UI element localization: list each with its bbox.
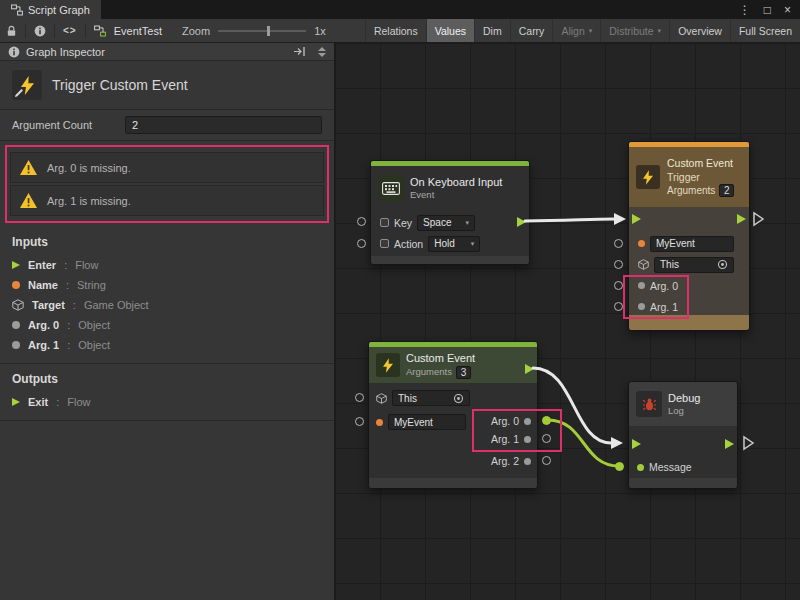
align-button[interactable]: Align▾ (552, 19, 600, 42)
menu-icon[interactable]: ⋮ (739, 3, 751, 17)
port-label: Message (649, 461, 692, 473)
event-name-field[interactable]: MyEvent (650, 236, 734, 252)
colon: : (73, 299, 76, 311)
port-name: Arg. 0 (28, 319, 59, 331)
flow-out-port[interactable] (737, 214, 746, 224)
event-name-input-port[interactable] (614, 239, 623, 248)
wire-keyboard-to-trigger[interactable] (525, 219, 615, 221)
node-header[interactable]: Custom Event Arguments3 (369, 347, 537, 383)
action-dropdown[interactable]: Hold▾ (428, 236, 480, 252)
script-graph-icon (11, 4, 23, 16)
action-row: Action Hold▾ (371, 233, 529, 254)
warning-arg1: Arg. 1 is missing. (10, 185, 324, 216)
value-port-icon (524, 418, 531, 425)
node-debug-log[interactable]: Debug Log Message (628, 381, 738, 489)
event-name-input-port[interactable] (355, 417, 364, 426)
script-graph-canvas[interactable]: On Keyboard Input Event Key Space▾ Actio… (335, 43, 800, 600)
restore-icon[interactable]: □ (764, 3, 771, 17)
chevron-down-icon: ▾ (466, 219, 470, 227)
node-title: Trigger (667, 171, 734, 185)
argument-count-value: 2 (132, 119, 138, 131)
info-icon[interactable] (34, 25, 46, 37)
fullscreen-button[interactable]: Full Screen (730, 19, 800, 42)
node-subtitle: Log (668, 405, 700, 417)
target-dropdown[interactable]: This (654, 257, 734, 273)
target-dropdown[interactable]: This (392, 390, 470, 406)
graph-asset-icon (94, 25, 106, 37)
dim-button[interactable]: Dim (474, 19, 510, 42)
flow-out-port[interactable] (517, 217, 526, 227)
relations-button[interactable]: Relations (365, 19, 426, 42)
wire-customevent-to-debug[interactable] (533, 368, 611, 443)
tab-script-graph[interactable]: Script Graph (0, 0, 101, 19)
arguments-count-field[interactable]: 3 (456, 366, 471, 379)
zoom-slider-handle[interactable] (267, 26, 270, 36)
value-port-icon (524, 436, 531, 443)
flow-in-port[interactable] (632, 439, 641, 449)
page-title: Trigger Custom Event (52, 77, 188, 93)
tab-title: Script Graph (28, 4, 90, 16)
node-header[interactable]: Debug Log (629, 382, 737, 426)
scroll-down-icon[interactable] (318, 53, 326, 57)
arg2-output-port[interactable] (542, 456, 551, 465)
keyboard-icon (378, 175, 404, 201)
argument-count-field[interactable]: 2 (125, 116, 322, 134)
key-input-port[interactable] (357, 217, 366, 226)
arg1-output-port[interactable] (542, 434, 551, 443)
node-footer (629, 315, 749, 330)
toolbar-left: <> EventTest Zoom 1x (6, 24, 326, 38)
button-label: Align (561, 25, 584, 37)
scroll-spinner[interactable] (318, 47, 326, 57)
carry-button[interactable]: Carry (510, 19, 553, 42)
wire-arg0-to-message[interactable] (548, 420, 619, 466)
node-on-keyboard-input[interactable]: On Keyboard Input Event Key Space▾ Actio… (370, 160, 530, 265)
zoom-label: Zoom (182, 25, 210, 37)
port-name: Target (32, 299, 65, 311)
zoom-slider[interactable] (218, 30, 306, 32)
arg0-output-port[interactable] (542, 416, 551, 425)
field-value: MyEvent (656, 238, 695, 249)
target-picker-icon[interactable] (717, 259, 728, 270)
flow-out-port[interactable] (525, 364, 534, 374)
key-dropdown[interactable]: Space▾ (417, 215, 475, 231)
message-input-port[interactable] (615, 462, 624, 471)
flow-in-port[interactable] (632, 214, 641, 224)
values-button[interactable]: Values (426, 19, 474, 42)
scroll-up-icon[interactable] (318, 47, 326, 51)
arguments-count-field[interactable]: 2 (719, 184, 734, 197)
graph-name[interactable]: EventTest (114, 25, 162, 37)
flow-out-port[interactable] (725, 439, 734, 449)
node-header[interactable]: Custom Event Trigger Arguments2 (629, 147, 749, 207)
node-custom-event[interactable]: Custom Event Arguments3 This MyEvent Arg… (368, 341, 538, 489)
port-type: String (77, 279, 106, 291)
target-row: This (629, 254, 749, 275)
dock-icon[interactable] (293, 46, 306, 57)
unity-window: Script Graph ⋮ □ × <> EventTest Zoom 1x … (0, 0, 800, 600)
event-name-field[interactable]: MyEvent (388, 414, 466, 430)
string-port-icon (376, 419, 383, 426)
node-trigger-custom-event[interactable]: Custom Event Trigger Arguments2 MyEvent … (628, 141, 750, 331)
action-input-port[interactable] (357, 239, 366, 248)
overview-button[interactable]: Overview (669, 19, 730, 42)
arg0-input-port[interactable] (614, 281, 623, 290)
close-icon[interactable]: × (784, 3, 791, 17)
port-label: Arg. 2 (491, 455, 519, 467)
value-port-icon (638, 303, 645, 310)
chevron-down-icon: ▾ (589, 27, 593, 35)
target-input-port[interactable] (614, 260, 623, 269)
tab-strip: Script Graph ⋮ □ × (0, 0, 800, 19)
arg1-input-port[interactable] (614, 302, 623, 311)
node-header[interactable]: On Keyboard Input Event (371, 166, 529, 210)
code-icon[interactable]: <> (63, 25, 77, 36)
distribute-button[interactable]: Distribute▾ (600, 19, 669, 42)
lock-icon[interactable] (6, 25, 17, 37)
target-picker-icon[interactable] (453, 393, 464, 404)
target-input-port[interactable] (355, 393, 364, 402)
node-subtitle: Custom Event (667, 157, 734, 171)
outputs-header: Outputs (12, 372, 322, 386)
graph-inspector-header: Graph Inspector (0, 43, 334, 61)
cube-icon (638, 259, 649, 270)
port-name: Enter (28, 259, 56, 271)
window-controls: ⋮ □ × (739, 0, 800, 19)
keycode-icon (380, 218, 389, 227)
